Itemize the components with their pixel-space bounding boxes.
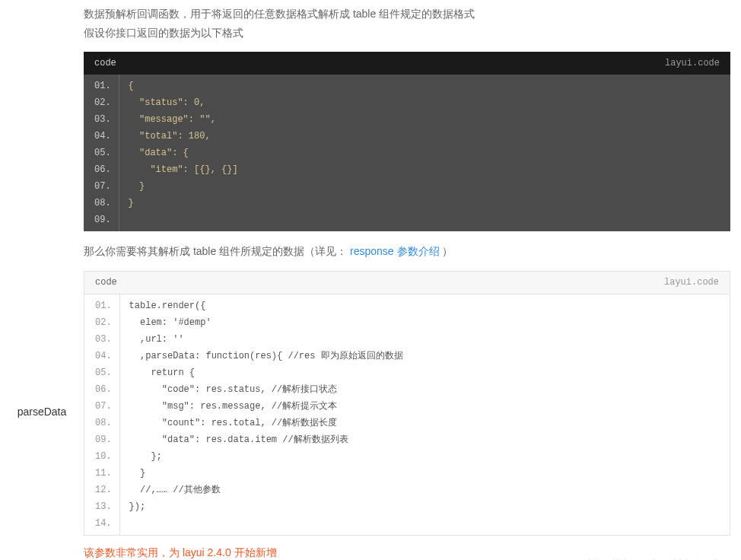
watermark: https://blog.csdn.net/hl_qianduan: [588, 556, 733, 560]
desc-line-1: 数据预解析回调函数，用于将返回的任意数据格式解析成 table 组件规定的数据格…: [84, 5, 730, 24]
code-body: 01. 02. 03. 04. 05. 06. 07. 08. 09. { "s…: [84, 75, 730, 231]
param-name: parseData: [17, 147, 67, 418]
code-content-2[interactable]: table.render({ elem: '#demp' ,url: '' ,p…: [120, 294, 730, 535]
line-numbers-2: 01. 02. 03. 04. 05. 06. 07. 08. 09. 10. …: [84, 294, 120, 535]
desc3-b: ）: [442, 245, 453, 257]
code-block-json: code layui.code 01. 02. 03. 04. 05. 06. …: [84, 52, 730, 231]
code-title: code: [94, 58, 116, 68]
right-col: 数据预解析回调函数，用于将返回的任意数据格式解析成 table 组件规定的数据格…: [84, 5, 741, 560]
code-block-js: code layui.code 01. 02. 03. 04. 05. 06. …: [84, 271, 730, 536]
response-link[interactable]: response 参数介绍: [350, 245, 439, 257]
line-numbers: 01. 02. 03. 04. 05. 06. 07. 08. 09.: [84, 75, 119, 231]
code-header-2: code layui.code: [84, 272, 730, 294]
code-header: code layui.code: [84, 52, 730, 75]
doc-row: parseData 数据预解析回调函数，用于将返回的任意数据格式解析成 tabl…: [0, 0, 741, 560]
code-title-2: code: [95, 277, 117, 288]
desc-line-2: 假设你接口返回的数据为以下格式: [84, 24, 730, 43]
description: 数据预解析回调函数，用于将返回的任意数据格式解析成 table 组件规定的数据格…: [84, 5, 730, 43]
code-content[interactable]: { "status": 0, "message": "", "total": 1…: [119, 75, 730, 231]
code-body-2: 01. 02. 03. 04. 05. 06. 07. 08. 09. 10. …: [84, 294, 730, 535]
left-col: parseData: [0, 5, 84, 560]
desc3-a: 那么你需要将其解析成 table 组件所规定的数据（详见：: [84, 245, 350, 257]
code-lay-2: layui.code: [664, 277, 719, 288]
code-lay: layui.code: [665, 58, 720, 68]
description-2: 那么你需要将其解析成 table 组件所规定的数据（详见： response 参…: [84, 242, 730, 261]
